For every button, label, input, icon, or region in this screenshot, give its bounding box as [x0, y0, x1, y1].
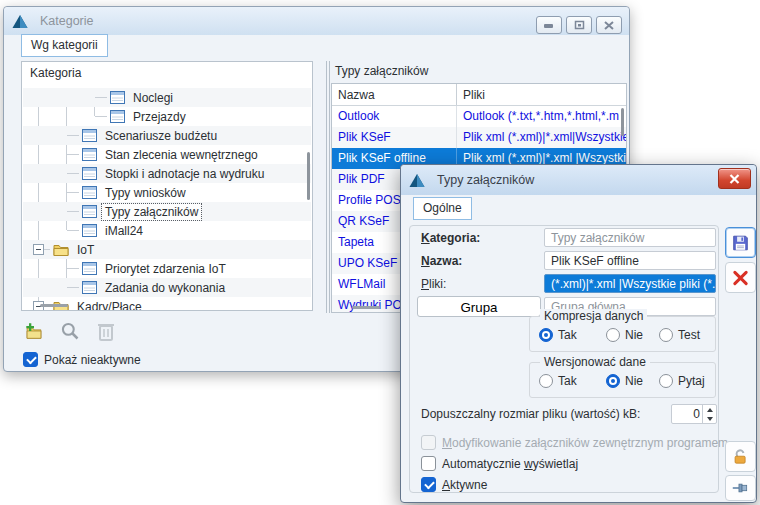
tree-item[interactable]: Stopki i adnotacje na wydruku — [23, 164, 311, 183]
tree-item-label: Priorytet zdarzenia IoT — [102, 261, 229, 277]
wersjonowac-groupbox: Wersjonować dane Tak Nie Pytaj — [529, 362, 716, 398]
panel-splitter[interactable] — [326, 61, 330, 313]
pin-button[interactable] — [725, 475, 756, 501]
close-button[interactable] — [596, 16, 622, 34]
dialog-titlebar[interactable]: Typy załączników — [401, 165, 756, 195]
radio-kompresja-tak[interactable]: Tak — [539, 328, 577, 342]
arrow-down-icon — [707, 417, 713, 421]
wersjonowac-title: Wersjonować dane — [540, 355, 650, 369]
tree-item-label: Typy wniosków — [102, 185, 189, 201]
radio-kompresja-nie[interactable]: Nie — [606, 328, 643, 342]
tree-item[interactable]: Stan zlecenia wewnętrznego — [23, 145, 311, 164]
list-horizontal-scrollbar[interactable] — [352, 306, 380, 309]
lock-button[interactable] — [725, 441, 756, 472]
tree-item-label: Scenariusze budżetu — [102, 128, 220, 144]
rozmiar-spinner[interactable]: 0 — [671, 404, 717, 424]
document-icon — [82, 262, 97, 275]
kompresja-groupbox: Kompresja danych Tak Nie Test — [529, 316, 716, 352]
desktop: Kategorie Wg kategorii Kategoria — [0, 0, 760, 505]
radio-wersjonowac-pytaj[interactable]: Pytaj — [659, 374, 705, 388]
minimize-icon — [544, 21, 554, 30]
tree-horizontal-scrollbar[interactable] — [40, 304, 68, 307]
checkbox-icon — [421, 456, 436, 471]
tree-folder[interactable]: IoT — [23, 240, 311, 259]
pliki-field[interactable]: (*.xml)|*.xml |Wszystkie pliki (*.*)|*.* — [544, 274, 716, 293]
document-icon — [110, 91, 125, 104]
radio-wersjonowac-tak[interactable]: Tak — [539, 374, 577, 388]
modyfikowanie-checkbox: Modyfikowanie załączników zewnętrznym pr… — [421, 435, 728, 450]
spinner-up-button[interactable] — [703, 405, 716, 414]
tree-item[interactable]: Typy wniosków — [23, 183, 311, 202]
rozmiar-label: Dopuszczalny rozmiar pliku (wartość) kB: — [421, 407, 640, 421]
tab-ogolne[interactable]: Ogólne — [413, 197, 472, 220]
aktywne-checkbox[interactable]: Aktywne — [421, 477, 487, 492]
tab-wg-kategorii[interactable]: Wg kategorii — [21, 34, 108, 57]
arrow-up-icon — [707, 408, 713, 412]
checkbox-checked-icon — [23, 352, 38, 367]
radio-kompresja-test[interactable]: Test — [659, 328, 700, 342]
dialog-close-button[interactable] — [718, 168, 751, 189]
document-icon — [82, 129, 97, 142]
close-icon — [729, 174, 740, 184]
cancel-x-icon — [732, 269, 749, 287]
add-category-button[interactable] — [18, 316, 50, 346]
app-logo-icon — [12, 14, 28, 29]
column-header-nazwa[interactable]: Nazwa — [332, 84, 457, 105]
tree-item[interactable]: iMall24 — [23, 221, 311, 240]
tree-header: Kategoria — [22, 62, 312, 86]
save-icon — [732, 233, 749, 253]
kategoria-field[interactable]: Typy załączników — [544, 228, 716, 247]
checkbox-checked-icon — [421, 477, 436, 492]
radio-icon — [606, 328, 620, 342]
tree-item[interactable]: Scenariusze budżetu — [23, 126, 311, 145]
tree-item[interactable]: Noclegi — [23, 88, 311, 107]
category-tree: Kategoria Noclegi Przejazdy Scenariusze … — [21, 61, 313, 311]
grupa-button[interactable]: Grupa — [417, 296, 541, 317]
list-row[interactable]: Plik KSeFPlik xml (*.xml)|*.xml|Wszystki… — [332, 127, 626, 148]
column-header-pliki[interactable]: Pliki — [457, 84, 626, 105]
folder-icon — [53, 243, 69, 256]
delete-button[interactable] — [90, 316, 122, 346]
window-title: Kategorie — [40, 14, 94, 28]
tree-item[interactable]: Priorytet zdarzenia IoT — [23, 259, 311, 278]
tree-item-label: Stopki i adnotacje na wydruku — [102, 166, 267, 182]
document-icon — [110, 110, 125, 123]
list-vertical-scrollbar[interactable] — [621, 108, 624, 136]
list-row[interactable]: OutlookOutlook (*.txt,*.htm,*.html,*.m — [332, 106, 626, 127]
kompresja-title: Kompresja danych — [540, 309, 647, 323]
nazwa-field[interactable]: Plik KSeF offline — [544, 251, 716, 270]
radio-selected-icon — [606, 374, 620, 388]
cancel-button[interactable] — [725, 262, 756, 293]
tree-item-label: IoT — [74, 242, 97, 258]
tree-item-label: Typy załączników — [102, 204, 201, 220]
collapse-icon[interactable] — [33, 244, 44, 255]
wyswietlaj-checkbox[interactable]: Automatycznie wyświetlaj — [421, 456, 578, 471]
radio-selected-icon — [539, 328, 553, 342]
radio-wersjonowac-nie[interactable]: Nie — [606, 374, 643, 388]
show-inactive-checkbox[interactable]: Pokaż nieaktywne — [23, 352, 141, 367]
show-inactive-label: Pokaż nieaktywne — [44, 353, 141, 367]
checkbox-disabled-icon — [421, 435, 436, 450]
restore-icon — [574, 20, 585, 30]
app-logo-icon — [409, 173, 425, 188]
spinner-down-button[interactable] — [703, 414, 716, 423]
document-icon — [82, 224, 97, 237]
save-button[interactable] — [725, 227, 756, 258]
trash-icon — [96, 320, 116, 342]
radio-icon — [659, 374, 673, 388]
document-icon — [82, 148, 97, 161]
maximize-button[interactable] — [566, 16, 592, 34]
tree-item-selected[interactable]: Typy załączników — [23, 202, 311, 221]
search-button[interactable] — [54, 316, 86, 346]
radio-icon — [659, 328, 673, 342]
list-panel-title: Typy załączników — [335, 64, 428, 78]
minimize-button[interactable] — [536, 16, 562, 34]
tree-item[interactable]: Zadania do wykonania — [23, 278, 311, 297]
tree-item[interactable]: Przejazdy — [23, 107, 311, 126]
pliki-label: Pliki: — [421, 277, 446, 291]
tree-item-label: Stan zlecenia wewnętrznego — [102, 147, 261, 163]
tree-vertical-scrollbar[interactable] — [307, 152, 310, 200]
dialog-title: Typy załączników — [437, 173, 534, 187]
document-icon — [82, 205, 97, 218]
nazwa-label: Nazwa: — [421, 254, 462, 268]
